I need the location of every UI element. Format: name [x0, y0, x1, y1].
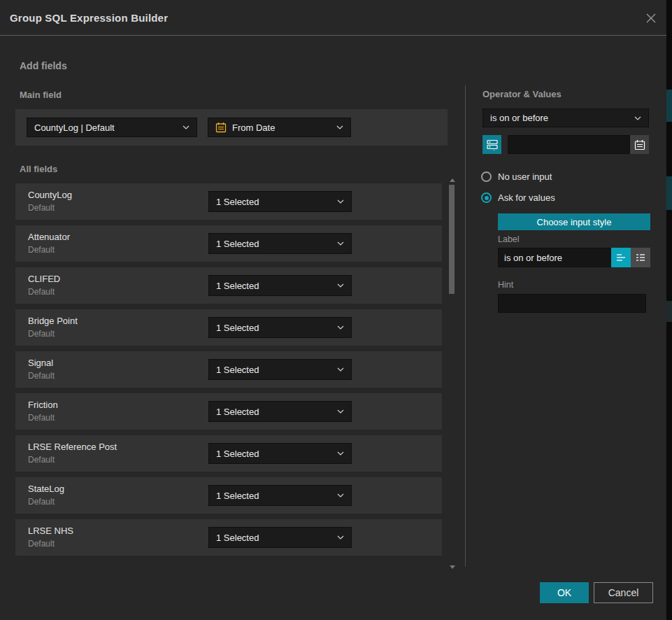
ok-button[interactable]: OK: [540, 582, 589, 603]
label-field-label: Label: [498, 234, 520, 244]
chevron-down-icon: [183, 125, 190, 129]
date-value-input[interactable]: [508, 135, 630, 154]
field-sublabel: Default: [28, 203, 55, 213]
field-name: Friction: [28, 400, 58, 410]
radio-circle: [481, 171, 492, 182]
field-values-select[interactable]: 1 Selected: [208, 233, 352, 254]
field-name: Attenuator: [28, 232, 70, 242]
hint-input[interactable]: [498, 294, 646, 313]
field-values-select[interactable]: 1 Selected: [208, 485, 352, 506]
field-sublabel: Default: [28, 245, 55, 255]
radio-ask-for-values[interactable]: Ask for values: [481, 192, 555, 203]
label-input[interactable]: [498, 248, 611, 267]
chevron-down-icon: [337, 283, 344, 288]
chevron-down-icon: [337, 199, 344, 204]
main-layer-select[interactable]: CountyLog | Default: [27, 118, 197, 137]
field-row: Signal Default 1 Selected: [15, 351, 442, 388]
selected-count: 1 Selected: [216, 407, 333, 417]
main-layer-select-value: CountyLog | Default: [34, 122, 178, 133]
field-sublabel: Default: [28, 497, 55, 507]
chevron-down-icon: [337, 241, 344, 246]
selected-count: 1 Selected: [216, 491, 333, 501]
field-values-select[interactable]: 1 Selected: [208, 317, 352, 338]
field-row: LRSE NHS Default 1 Selected: [15, 519, 442, 556]
chevron-down-icon: [336, 125, 343, 129]
selected-count: 1 Selected: [216, 239, 333, 249]
background-segment: [666, 301, 672, 322]
radio-circle-selected: [481, 192, 492, 203]
scrollbar-up-arrow[interactable]: [450, 178, 455, 182]
field-values-select[interactable]: 1 Selected: [208, 401, 352, 422]
field-name: StateLog: [28, 484, 64, 494]
chevron-down-icon: [337, 493, 344, 498]
selected-count: 1 Selected: [216, 197, 333, 207]
field-values-select[interactable]: 1 Selected: [208, 527, 352, 548]
scrollbar-thumb[interactable]: [449, 185, 455, 294]
hint-field-label: Hint: [498, 280, 513, 290]
field-row: CLIFED Default 1 Selected: [15, 267, 442, 304]
field-sublabel: Default: [28, 413, 55, 423]
date-input-group: [508, 135, 649, 154]
field-row: CountyLog Default 1 Selected: [15, 183, 442, 220]
field-name: Signal: [28, 358, 53, 368]
main-field-select-value: From Date: [232, 122, 332, 133]
field-sublabel: Default: [28, 455, 55, 465]
all-fields-label: All fields: [20, 164, 57, 174]
field-name: CountyLog: [28, 190, 72, 200]
field-sublabel: Default: [28, 371, 55, 381]
panel-divider: [465, 85, 466, 567]
selected-count: 1 Selected: [216, 281, 333, 291]
background-segment: [666, 90, 672, 122]
main-field-label: Main field: [20, 90, 62, 100]
field-name: Bridge Point: [28, 316, 78, 326]
all-fields-list: CountyLog Default 1 Selected Attenuator …: [15, 183, 442, 561]
list-scrollbar[interactable]: [449, 177, 455, 570]
operator-select-value: is on or before: [490, 113, 630, 123]
field-row: StateLog Default 1 Selected: [15, 477, 442, 514]
field-row: LRSE Reference Post Default 1 Selected: [15, 435, 442, 472]
chevron-down-icon: [634, 116, 641, 120]
field-values-select[interactable]: 1 Selected: [208, 443, 352, 464]
background-segment: [666, 176, 672, 210]
field-row: Bridge Point Default 1 Selected: [15, 309, 442, 346]
operator-select[interactable]: is on or before: [482, 108, 649, 127]
field-row: Friction Default 1 Selected: [15, 393, 442, 430]
cancel-button[interactable]: Cancel: [594, 582, 653, 603]
add-fields-heading: Add fields: [20, 60, 67, 71]
group-sql-expression-builder-dialog: Group SQL Expression Builder Add fields …: [0, 0, 666, 620]
field-sublabel: Default: [28, 329, 55, 339]
selected-count: 1 Selected: [216, 533, 333, 543]
selected-count: 1 Selected: [216, 323, 333, 333]
selected-count: 1 Selected: [216, 365, 333, 375]
field-values-select[interactable]: 1 Selected: [208, 359, 352, 380]
choose-input-style-button[interactable]: Choose input style: [498, 213, 650, 230]
unique-values-button[interactable]: [482, 135, 501, 154]
dialog-title: Group SQL Expression Builder: [10, 12, 168, 24]
background-app-sliver: [666, 0, 672, 620]
selected-count: 1 Selected: [216, 449, 333, 459]
field-name: LRSE Reference Post: [28, 442, 117, 452]
operator-values-heading: Operator & Values: [482, 89, 562, 99]
calendar-icon: [215, 122, 227, 133]
chevron-down-icon: [337, 451, 344, 456]
field-sublabel: Default: [28, 539, 55, 549]
field-sublabel: Default: [28, 287, 55, 297]
list-input-style-toggle[interactable]: [631, 248, 650, 267]
close-icon[interactable]: [643, 10, 659, 27]
radio-label: No user input: [498, 171, 552, 182]
radio-no-user-input[interactable]: No user input: [481, 171, 552, 182]
radio-label: Ask for values: [498, 192, 555, 203]
field-name: CLIFED: [28, 274, 60, 284]
field-name: LRSE NHS: [28, 526, 73, 536]
main-field-select[interactable]: From Date: [208, 118, 351, 137]
field-values-select[interactable]: 1 Selected: [208, 191, 352, 212]
main-field-bar: CountyLog | Default From Date: [15, 109, 448, 146]
chevron-down-icon: [337, 325, 344, 330]
chevron-down-icon: [337, 367, 344, 372]
scrollbar-down-arrow[interactable]: [450, 565, 455, 569]
chevron-down-icon: [337, 535, 344, 540]
date-value-row: [482, 135, 649, 154]
field-values-select[interactable]: 1 Selected: [208, 275, 352, 296]
date-picker-button[interactable]: [630, 135, 649, 154]
single-input-style-toggle[interactable]: [611, 248, 631, 267]
